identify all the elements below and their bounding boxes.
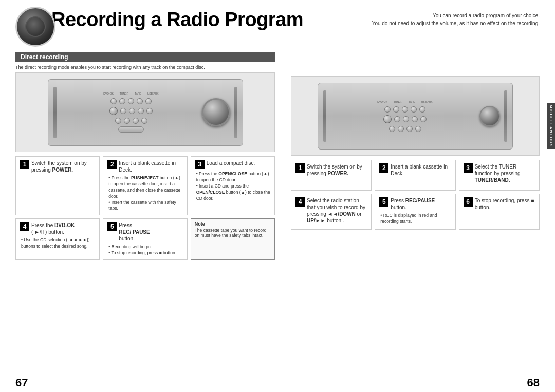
header-description: You can record a radio program of your c… xyxy=(372,9,540,27)
step-2-title: Insert a blank cassette in Deck. xyxy=(119,160,182,173)
r-step-3: 3 Select the TUNER function by pressing … xyxy=(459,160,540,191)
bullet-5-1: Recording will begin. xyxy=(108,244,182,250)
step-1-title: Switch the system on by pressing POWER. xyxy=(31,160,95,173)
step-3-bullets: Press the OPEN/CLOSE button (▲) to open … xyxy=(195,171,270,201)
r-step-4-header: 4 Select the radio station that you wish… xyxy=(295,197,367,224)
r-step-6-number: 6 xyxy=(464,197,473,207)
r-step-3-number: 3 xyxy=(464,163,473,173)
right-right-strip xyxy=(504,90,507,142)
section-description: The direct recording mode enables you to… xyxy=(15,65,275,70)
power-btn xyxy=(110,98,117,104)
speaker-icon xyxy=(15,7,57,48)
dvdok-btn xyxy=(119,98,125,104)
volume-knob-left xyxy=(202,98,230,126)
r-next-btn xyxy=(412,116,418,122)
main-content: Direct recording The direct recording mo… xyxy=(0,48,555,374)
desc-line2: You do not need to adjust the volume, as… xyxy=(372,20,540,27)
ctrl-row-2 xyxy=(109,107,153,115)
r-step-2-number: 2 xyxy=(379,163,388,173)
btn-extra4 xyxy=(141,118,147,124)
ctrl-row-r1 xyxy=(384,106,425,113)
tuner-btn xyxy=(128,98,134,104)
note-title: Note xyxy=(195,221,271,227)
device-controls-right: DVD-OK TUNER TAPE USB/AUX xyxy=(330,100,479,132)
bullet-3-1: Press the OPEN/CLOSE button (▲) to open … xyxy=(196,171,270,183)
r-step-5-title: Press REC/PAUSE button. xyxy=(391,197,451,211)
step-2-bullets: Press the PUSH/EJECT button (▲) to open … xyxy=(107,175,182,212)
step-4-number: 4 xyxy=(20,222,29,231)
step-1-header: 1 Switch the system on by pressing POWER… xyxy=(20,160,95,173)
r-tape-btn xyxy=(411,106,417,113)
r-step-4-number: 4 xyxy=(295,197,305,207)
bullet-2-2: Insert the cassette with the safety tabs… xyxy=(108,200,182,212)
section-header: Direct recording xyxy=(15,52,275,62)
bullet-2-1: Press the PUSH/EJECT button (▲) to open … xyxy=(108,175,182,200)
r-step-2-title: Insert a blank cassette in Deck. xyxy=(391,163,451,177)
r-bullet-5-1: REC is displayed in red and recording st… xyxy=(380,213,451,225)
next-btn xyxy=(138,108,144,114)
btn-extra2 xyxy=(124,118,130,124)
r-btn2 xyxy=(398,126,404,132)
bullet-3-2: Insert a CD and press the OPEN/CLOSE but… xyxy=(196,183,270,202)
device-image-left: DVD-OK TUNER TAPE USB/AUX xyxy=(15,72,275,152)
step-4-bullets: Use the CD selection (|◄◄ ►►|) buttons t… xyxy=(20,237,95,250)
ctrl-labels-right: DVD-OK TUNER TAPE USB/AUX xyxy=(377,100,432,103)
step-3-header: 3 Load a compact disc. xyxy=(195,160,270,169)
note-text: The cassette tape you want to record on … xyxy=(195,228,271,238)
step-5-title: PressREC/ PAUSEbutton. xyxy=(119,222,150,242)
step-1-left: 1 Switch the system on by pressing POWER… xyxy=(15,156,100,215)
r-step-3-title: Select the TUNER function by pressing TU… xyxy=(475,163,535,183)
r-step-1-title: Switch the system on by pressing POWER. xyxy=(307,163,367,177)
r-step-5-header: 5 Press REC/PAUSE button. xyxy=(379,197,451,211)
btn-extra1 xyxy=(115,118,121,124)
step-5-bullets: Recording will begin. To stop recording,… xyxy=(107,244,182,256)
ctrl-row-r2 xyxy=(383,115,427,123)
steps-bottom-grid: 4 Press the DVD-OK( ►/II ) button. Use t… xyxy=(15,218,275,260)
r-prev-btn xyxy=(394,116,400,122)
device-body-right: DVD-OK TUNER TAPE USB/AUX xyxy=(318,83,513,150)
r-btn3 xyxy=(406,126,413,132)
ctrl-labels: DVD-OK TUNER TAPE USB/AUX xyxy=(103,92,158,95)
r-step-1-header: 1 Switch the system on by pressing POWER… xyxy=(295,163,367,177)
tuning-btn xyxy=(129,108,135,114)
r-step-1-number: 1 xyxy=(295,163,305,173)
step-2-left: 2 Insert a blank cassette in Deck. Press… xyxy=(103,156,187,215)
r-step-4: 4 Select the radio station that you wish… xyxy=(291,194,372,230)
btn-extra3 xyxy=(133,118,139,124)
r-step-3-header: 3 Select the TUNER function by pressing … xyxy=(464,163,535,183)
left-panel: Direct recording The direct recording mo… xyxy=(15,48,283,374)
note-box: Note The cassette tape you want to recor… xyxy=(191,218,275,260)
r-step-4-title: Select the radio station that you wish t… xyxy=(307,197,367,224)
step-4-header: 4 Press the DVD-OK( ►/II ) button. xyxy=(20,222,95,235)
right-panel: DVD-OK TUNER TAPE USB/AUX xyxy=(283,48,540,374)
r-step-2-header: 2 Insert a blank cassette in Deck. xyxy=(379,163,451,177)
ctrl-row-1 xyxy=(110,98,152,104)
device-controls: DVD-OK TUNER TAPE USB/AUX xyxy=(61,92,202,133)
open-close-btn xyxy=(118,126,144,133)
page-title-area: Recording a Radio Program xyxy=(51,9,372,31)
r-step-6-header: 6 To stop recording, press ■ button. xyxy=(464,197,535,211)
step-5-header: 5 PressREC/ PAUSEbutton. xyxy=(107,222,182,242)
step-5-left: 5 PressREC/ PAUSEbutton. Recording will … xyxy=(103,218,187,260)
bullet-5-2: To stop recording, press ■ button. xyxy=(108,250,182,256)
r-dvdok-btn xyxy=(393,106,399,113)
step-3-title: Load a compact disc. xyxy=(207,160,255,166)
right-steps-top: 1 Switch the system on by pressing POWER… xyxy=(291,160,540,191)
r-step-2: 2 Insert a blank cassette in Deck. xyxy=(375,160,455,191)
step-3-number: 3 xyxy=(195,160,205,169)
page-numbers: 67 68 xyxy=(0,374,555,392)
page-number-right: 68 xyxy=(527,376,540,389)
miscellaneous-label: MISCELLANEOUS xyxy=(547,103,555,149)
step-2-number: 2 xyxy=(107,160,117,169)
ctrl-row-r3 xyxy=(389,126,421,132)
left-strip xyxy=(53,87,57,138)
page: Recording a Radio Program You can record… xyxy=(0,0,555,392)
r-step-5: 5 Press REC/PAUSE button. REC is display… xyxy=(375,194,455,230)
r-usb-btn xyxy=(419,106,425,113)
r-cd-sync-btn xyxy=(383,115,392,123)
r-step-6-title: To stop recording, press ■ button. xyxy=(475,197,535,211)
r-disp-btn xyxy=(420,116,427,122)
r-step-1: 1 Switch the system on by pressing POWER… xyxy=(291,160,372,191)
bullet-4-1: Use the CD selection (|◄◄ ►►|) buttons t… xyxy=(21,237,95,250)
page-number-left: 67 xyxy=(15,376,28,389)
